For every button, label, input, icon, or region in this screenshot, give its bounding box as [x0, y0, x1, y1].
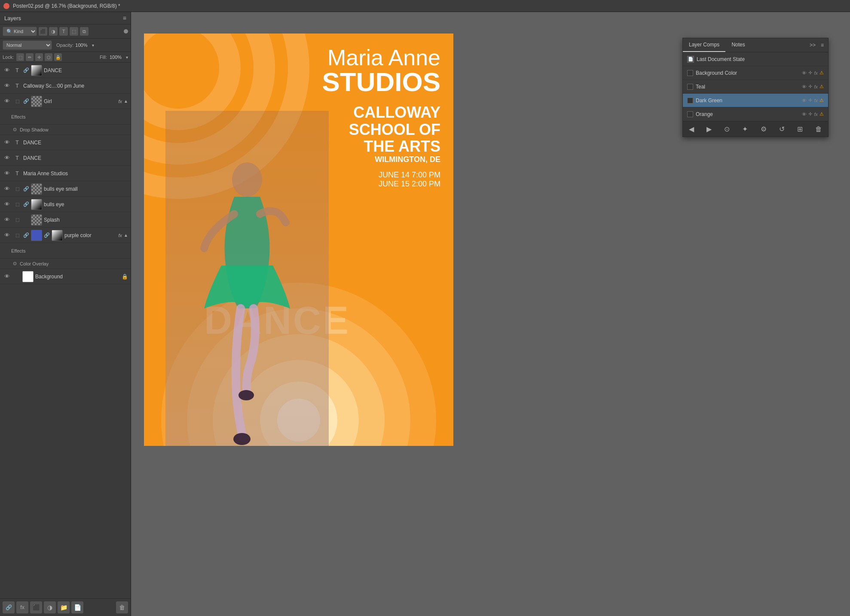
add-mask-btn[interactable]: ⬛ [30, 601, 42, 613]
lc-checkbox-orange[interactable] [687, 111, 693, 117]
lc-item-bgcolor[interactable]: Background Color 👁 ✛ fx ⚠ [683, 66, 828, 80]
lc-item-teal[interactable]: Teal 👁 ✛ fx ⚠ [683, 80, 828, 94]
lc-menu-btn[interactable]: ≡ [819, 41, 826, 49]
visibility-icon-dance3[interactable]: 👁 [3, 154, 11, 162]
visibility-icon-dance1[interactable]: 👁 [3, 66, 11, 75]
visibility-icon-background[interactable]: 👁 [3, 272, 11, 281]
lc-checkbox-bgcolor[interactable] [687, 70, 693, 76]
type-icon-purple: ⬚ [13, 231, 21, 240]
layer-item-bullseye[interactable]: 👁 ⬚ 🔗 bulls eye [0, 197, 131, 212]
tab-layer-comps[interactable]: Layer Comps [683, 38, 725, 52]
panel-menu-icon[interactable]: ≡ [123, 15, 126, 21]
lc-fx-icon-bgcolor[interactable]: fx [814, 70, 818, 76]
lock-all-btn[interactable]: 🔒 [54, 53, 62, 61]
visibility-icon-bullseye-small[interactable]: 👁 [3, 185, 11, 193]
layer-item-dance3[interactable]: 👁 T DANCE [0, 150, 131, 166]
layer-item-dance1[interactable]: 👁 T 🔗 DANCE [0, 63, 131, 78]
lc-delete-comp-btn[interactable]: 🗑 [813, 125, 824, 134]
filter-adjustment-icon[interactable]: ◑ [49, 27, 58, 36]
lc-next-btn[interactable]: ▶ [705, 124, 713, 134]
add-style-btn[interactable]: fx [16, 601, 28, 613]
lc-move-icon-orange[interactable]: ✛ [808, 111, 812, 117]
close-button[interactable] [3, 3, 9, 9]
type-icon-mariaanne: T [13, 169, 21, 178]
layer-comps-panel: Layer Comps Notes >> ≡ 📄 Last Document S… [682, 38, 829, 137]
lc-eye-icon-teal[interactable]: 👁 [802, 84, 807, 89]
lock-transparent-btn[interactable]: ⬚ [16, 53, 24, 61]
lc-name-bgcolor: Background Color [696, 70, 799, 76]
layer-item-purple[interactable]: 👁 ⬚ 🔗 🔗 purple color fx ▲ [0, 228, 131, 243]
lc-move-icon-darkgreen[interactable]: ✛ [808, 98, 812, 103]
lc-apply-btn[interactable]: ⊙ [722, 124, 731, 134]
kind-dropdown[interactable]: 🔍 Kind [3, 27, 37, 36]
thumb-purple-mask [52, 230, 63, 241]
filter-text-icon[interactable]: T [59, 27, 68, 36]
layer-item-background[interactable]: 👁 Background 🔒 [0, 269, 131, 284]
lc-item-darkgreen[interactable]: Dark Green 👁 ✛ fx ⚠ [683, 94, 828, 107]
lc-move-icon-teal[interactable]: ✛ [808, 84, 812, 89]
effect-eye-coloroverlay[interactable]: ⊙ [11, 260, 18, 267]
lc-fx-icon-teal[interactable]: fx [814, 84, 818, 89]
lock-artboard-btn[interactable]: ⬡ [45, 53, 52, 61]
expand-girl[interactable]: ▲ [124, 99, 128, 104]
lc-checkbox-teal[interactable] [687, 84, 693, 90]
link-layers-btn[interactable]: 🔗 [3, 601, 15, 613]
effect-eye-dropshadow[interactable]: ⊙ [11, 126, 18, 133]
opacity-arrow[interactable]: ▾ [92, 43, 94, 48]
delete-layer-btn[interactable]: 🗑 [116, 601, 128, 613]
layer-name-mariaanne: Maria Anne Studios [23, 171, 128, 177]
filter-toggle[interactable] [124, 29, 128, 34]
lc-checkbox-darkgreen[interactable] [687, 98, 693, 104]
tab-notes[interactable]: Notes [725, 38, 751, 52]
lc-forward-btn[interactable]: >> [808, 41, 817, 49]
visibility-icon-girl[interactable]: 👁 [3, 97, 11, 106]
fill-arrow[interactable]: ▾ [126, 55, 128, 60]
lc-eye-icon-darkgreen[interactable]: 👁 [802, 98, 807, 103]
fill-value[interactable]: 100% [110, 55, 123, 60]
visibility-icon-mariaanne[interactable]: 👁 [3, 169, 11, 178]
layer-item-girl[interactable]: 👁 ⬚ 🔗 Girl fx ▲ [0, 94, 131, 109]
layer-item-dance2[interactable]: 👁 T DANCE [0, 135, 131, 150]
opacity-value[interactable]: 100% [75, 43, 90, 48]
lc-doc-icon: 📄 [687, 56, 694, 63]
expand-purple[interactable]: ▲ [124, 233, 128, 238]
visibility-icon-purple[interactable]: 👁 [3, 231, 11, 240]
effects-label-purple: Effects [11, 247, 25, 254]
layer-item-calloway[interactable]: 👁 T Calloway Sc...:00 pm June [0, 78, 131, 94]
lock-move-btn[interactable]: ✛ [35, 53, 43, 61]
lc-move-icon-bgcolor[interactable]: ✛ [808, 70, 812, 76]
lc-restore-btn[interactable]: ↺ [777, 124, 786, 134]
layer-item-bullseye-small[interactable]: 👁 ⬚ 🔗 bulls eye small [0, 181, 131, 197]
poster-location: WILMINGTON, DE [322, 155, 440, 164]
lc-capture-btn[interactable]: ✦ [740, 124, 749, 134]
layer-item-splash[interactable]: 👁 ⬚ Splash [0, 212, 131, 228]
filter-pixel-icon[interactable]: ⬛ [39, 27, 47, 36]
visibility-icon-dance2[interactable]: 👁 [3, 138, 11, 147]
lc-update-btn[interactable]: ⚙ [759, 124, 768, 134]
filter-smartobj-icon[interactable]: ⧉ [80, 27, 89, 36]
adjustment-btn[interactable]: ◑ [44, 601, 56, 613]
lc-fx-icon-darkgreen[interactable]: fx [814, 98, 818, 103]
lc-eye-icon-bgcolor[interactable]: 👁 [802, 70, 807, 76]
new-layer-btn[interactable]: 📄 [71, 601, 83, 613]
blend-mode-dropdown[interactable]: Normal [3, 40, 52, 50]
svg-point-11 [238, 390, 254, 400]
lc-item-lastdoc[interactable]: 📄 Last Document State [683, 52, 828, 66]
filter-shape-icon[interactable]: ⬚ [70, 27, 78, 36]
panel-title: Layers [4, 15, 21, 21]
new-group-btn[interactable]: 📁 [58, 601, 70, 613]
visibility-icon-splash[interactable]: 👁 [3, 216, 11, 224]
thumb-background [22, 271, 34, 282]
visibility-icon-bullseye[interactable]: 👁 [3, 200, 11, 209]
visibility-icon-calloway[interactable]: 👁 [3, 82, 11, 90]
type-icon-bullseye-small: ⬚ [13, 185, 21, 193]
lc-prev-btn[interactable]: ◀ [687, 124, 696, 134]
layer-effects-label-girl: Effects [0, 109, 131, 125]
dancer-svg [183, 145, 312, 446]
lc-new-comp-btn[interactable]: ⊞ [795, 124, 804, 134]
lc-fx-icon-orange[interactable]: fx [814, 112, 818, 117]
lc-item-orange[interactable]: Orange 👁 ✛ fx ⚠ [683, 107, 828, 121]
layer-item-mariaanne[interactable]: 👁 T Maria Anne Studios [0, 166, 131, 181]
lc-eye-icon-orange[interactable]: 👁 [802, 112, 807, 117]
lock-paint-btn[interactable]: ✏ [26, 53, 34, 61]
